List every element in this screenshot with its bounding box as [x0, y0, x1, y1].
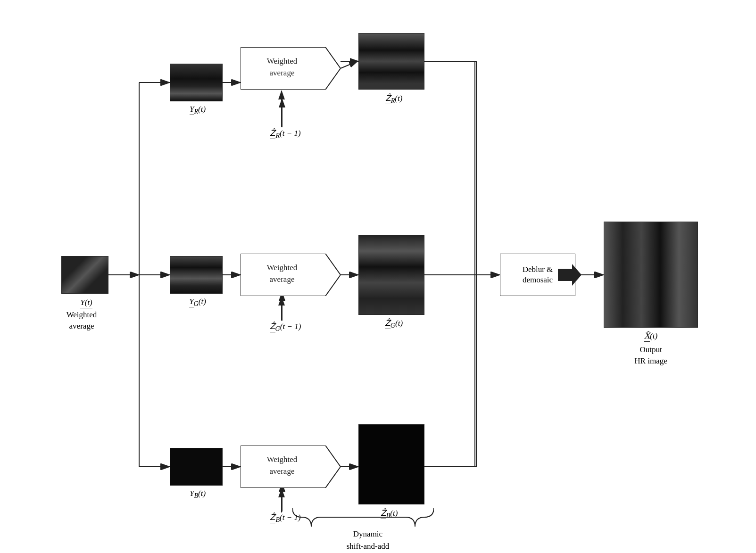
label-zr-prev: ẐR(t − 1) — [255, 128, 316, 140]
svg-text:average: average — [270, 467, 295, 476]
deblur-arrow-icon — [558, 264, 582, 286]
zr-output-thumb — [358, 33, 424, 90]
svg-text:Weighted: Weighted — [267, 57, 298, 66]
label-yb: YB(t) — [171, 489, 224, 500]
label-zg-prev: ẐG(t − 1) — [255, 322, 316, 333]
wa-b-block: Weighted average — [241, 446, 341, 488]
label-zg-out: ẐG(t) — [361, 318, 427, 330]
svg-text:average: average — [270, 275, 295, 284]
yg-image-thumb — [170, 256, 223, 294]
svg-text:Weighted: Weighted — [267, 263, 298, 272]
wa-r-block: Weighted average — [241, 47, 341, 90]
label-yg: YG(t) — [171, 297, 224, 308]
input-image-thumb — [61, 256, 108, 294]
label-zr-out: ẐR(t) — [361, 93, 427, 105]
svg-text:Weighted: Weighted — [267, 455, 298, 464]
diagram-container: Y(t) Weighted average YR(t) YG(t) YB(t) … — [0, 0, 756, 553]
output-image-thumb — [604, 222, 698, 328]
yb-image-thumb — [170, 448, 223, 486]
label-xout: X̂(t) — [604, 331, 698, 342]
label-yr: YR(t) — [171, 105, 224, 116]
brace-svg — [292, 505, 434, 529]
label-output-hr: OutputHR image — [604, 344, 698, 367]
wa-g-block: Weighted average — [241, 254, 341, 296]
label-yt: Y(t) — [65, 298, 108, 308]
label-dynamic: Dynamicshift-and-addresults — [302, 528, 434, 553]
zb-output-thumb — [358, 424, 424, 504]
svg-text:average: average — [270, 68, 295, 77]
zg-output-thumb — [358, 235, 424, 315]
svg-marker-32 — [558, 264, 582, 286]
label-input-cfa: Weighted average — [56, 309, 108, 332]
yr-image-thumb — [170, 64, 223, 101]
